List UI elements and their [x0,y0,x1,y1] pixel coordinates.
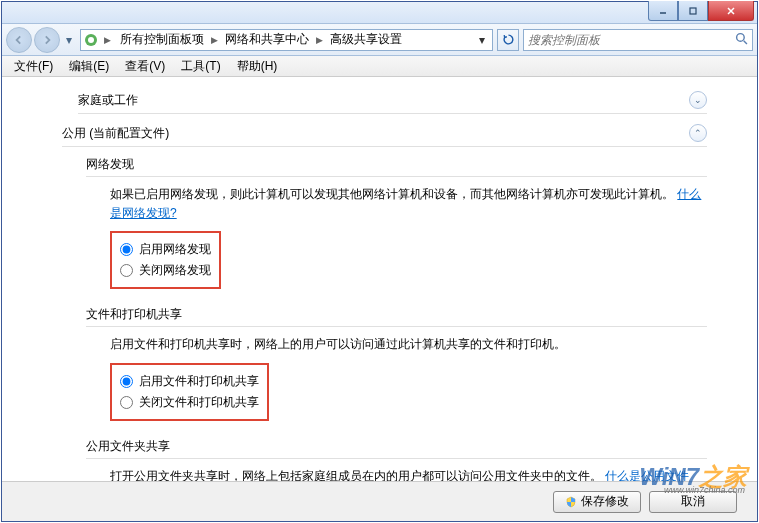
nav-history-dropdown[interactable]: ▾ [62,30,76,50]
subsection-public-folder: 公用文件夹共享 打开公用文件夹共享时，网络上包括家庭组成员在内的用户都可以访问公… [86,435,707,482]
desc-text: 打开公用文件夹共享时，网络上包括家庭组成员在内的用户都可以访问公用文件夹中的文件… [110,469,602,482]
content-area: 家庭或工作 ⌄ 公用 (当前配置文件) ⌃ 网络发现 如果已启用网络发现，则此计… [2,77,757,482]
chevron-right-icon: ▶ [210,35,219,45]
section-public[interactable]: 公用 (当前配置文件) ⌃ [62,120,707,147]
shield-icon [565,496,577,508]
cancel-button[interactable]: 取消 [649,491,737,513]
radio-label: 启用网络发现 [139,241,211,258]
subsection-network-discovery: 网络发现 如果已启用网络发现，则此计算机可以发现其他网络计算机和设备，而其他网络… [86,153,707,289]
navbar: ▾ ▶ 所有控制面板项 ▶ 网络和共享中心 ▶ 高级共享设置 ▾ [2,24,757,56]
radio-input[interactable] [120,375,133,388]
radio-enable-network-discovery[interactable]: 启用网络发现 [120,239,211,260]
subsection-title: 文件和打印机共享 [86,303,707,327]
subsection-title: 公用文件夹共享 [86,435,707,459]
description-text: 打开公用文件夹共享时，网络上包括家庭组成员在内的用户都可以访问公用文件夹中的文件… [110,467,707,482]
description-text: 如果已启用网络发现，则此计算机可以发现其他网络计算机和设备，而其他网络计算机亦可… [110,185,707,223]
subsection-title: 网络发现 [86,153,707,177]
address-bar[interactable]: ▶ 所有控制面板项 ▶ 网络和共享中心 ▶ 高级共享设置 ▾ [80,29,493,51]
section-title: 家庭或工作 [78,92,138,109]
svg-line-7 [744,40,747,43]
radio-input[interactable] [120,396,133,409]
radio-enable-file-printer[interactable]: 启用文件和打印机共享 [120,371,259,392]
refresh-button[interactable] [497,29,519,51]
menu-help[interactable]: 帮助(H) [229,56,286,77]
button-label: 取消 [681,493,705,510]
breadcrumb-item[interactable]: 高级共享设置 [326,29,406,50]
section-title: 公用 (当前配置文件) [62,125,169,142]
search-input[interactable] [528,33,735,47]
subsection-file-printer: 文件和打印机共享 启用文件和打印机共享时，网络上的用户可以访问通过此计算机共享的… [86,303,707,420]
menu-file[interactable]: 文件(F) [6,56,61,77]
radio-input[interactable] [120,243,133,256]
radio-disable-network-discovery[interactable]: 关闭网络发现 [120,260,211,281]
control-panel-icon [83,32,99,48]
address-dropdown[interactable]: ▾ [474,33,490,47]
save-button[interactable]: 保存修改 [553,491,641,513]
svg-rect-1 [690,8,696,14]
menu-tools[interactable]: 工具(T) [173,56,228,77]
desc-text: 如果已启用网络发现，则此计算机可以发现其他网络计算机和设备，而其他网络计算机亦可… [110,187,674,201]
radio-group-network-discovery: 启用网络发现 关闭网络发现 [110,231,221,289]
svg-point-5 [88,37,94,43]
minimize-button[interactable] [648,1,678,21]
close-button[interactable] [708,1,754,21]
radio-disable-file-printer[interactable]: 关闭文件和打印机共享 [120,392,259,413]
svg-point-6 [737,33,745,41]
chevron-right-icon: ▶ [315,35,324,45]
back-button[interactable] [6,27,32,53]
chevron-right-icon: ▶ [103,35,112,45]
radio-label: 启用文件和打印机共享 [139,373,259,390]
breadcrumb-item[interactable]: 所有控制面板项 [116,29,208,50]
radio-label: 关闭文件和打印机共享 [139,394,259,411]
titlebar [2,2,757,24]
menu-view[interactable]: 查看(V) [117,56,173,77]
forward-button[interactable] [34,27,60,53]
radio-group-file-printer: 启用文件和打印机共享 关闭文件和打印机共享 [110,363,269,421]
button-bar: 保存修改 取消 [2,481,757,521]
section-home[interactable]: 家庭或工作 ⌄ [78,87,707,114]
chevron-up-icon[interactable]: ⌃ [689,124,707,142]
menu-edit[interactable]: 编辑(E) [61,56,117,77]
search-icon[interactable] [735,32,748,48]
chevron-down-icon[interactable]: ⌄ [689,91,707,109]
menubar: 文件(F) 编辑(E) 查看(V) 工具(T) 帮助(H) [2,56,757,77]
breadcrumb-item[interactable]: 网络和共享中心 [221,29,313,50]
maximize-button[interactable] [678,1,708,21]
radio-label: 关闭网络发现 [139,262,211,279]
breadcrumb: 所有控制面板项 ▶ 网络和共享中心 ▶ 高级共享设置 [116,29,470,50]
search-box[interactable] [523,29,753,51]
button-label: 保存修改 [581,493,629,510]
description-text: 启用文件和打印机共享时，网络上的用户可以访问通过此计算机共享的文件和打印机。 [110,335,707,354]
radio-input[interactable] [120,264,133,277]
